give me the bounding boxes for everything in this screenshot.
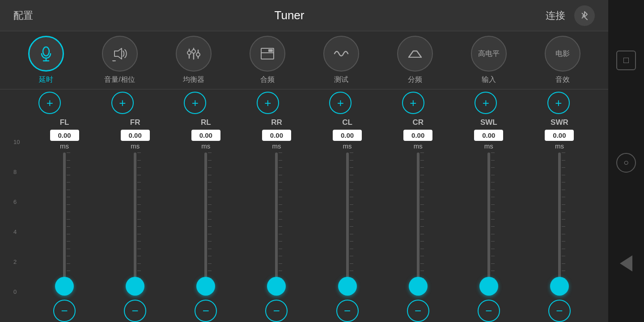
plus-btn-rr[interactable]: +: [257, 92, 279, 114]
slider-thumb-swr[interactable]: [550, 277, 569, 296]
input-icon-text: 高电平: [478, 49, 500, 59]
svg-text:+: +: [113, 59, 115, 62]
channel-fl: FL 0.00 ms −: [29, 116, 100, 322]
unit-cr: ms: [414, 142, 423, 150]
value-box-rr: 0.00: [262, 130, 291, 141]
minus-btn-fl[interactable]: −: [53, 300, 76, 322]
slider-thumb-rl[interactable]: [196, 277, 215, 296]
unit-swr: ms: [555, 142, 564, 150]
effect-icon-text: 电影: [555, 49, 570, 59]
svg-point-2: [43, 47, 49, 56]
circle-icon: ○: [623, 157, 629, 168]
slider-track-rr[interactable]: [275, 153, 278, 293]
effect-icon-circle: 电影: [545, 36, 580, 72]
svg-point-11: [187, 51, 191, 55]
channel-label-rl: RL: [201, 118, 211, 127]
tab-crossover[interactable]: 合频: [245, 36, 290, 85]
minus-btn-fr[interactable]: −: [124, 300, 146, 322]
test-label: 测试: [334, 75, 348, 85]
tab-test[interactable]: 测试: [319, 36, 364, 85]
channel-label-swr: SWR: [551, 118, 568, 127]
delay-label: 延时: [39, 75, 53, 85]
header-right: 连接: [546, 5, 595, 26]
value-box-rl: 0.00: [191, 130, 220, 141]
plus-btn-fl[interactable]: +: [38, 92, 61, 114]
sliders-area: + + + + + + + + 10 8 6 4 2 0 FL 0.00: [0, 89, 608, 322]
crossover-icon-circle: [250, 36, 285, 72]
slider-track-swl[interactable]: [487, 153, 490, 293]
eq-icon-circle: [176, 36, 212, 72]
circle-button[interactable]: ○: [616, 153, 636, 173]
scale-2: 2: [13, 258, 29, 265]
channel-cr: CR 0.00 ms −: [383, 116, 453, 322]
channels-row: 10 8 6 4 2 0 FL 0.00 ms − FR 0.00: [4, 116, 604, 322]
unit-cl: ms: [343, 142, 352, 150]
value-box-fr: 0.00: [121, 130, 150, 141]
slider-thumb-cl[interactable]: [338, 277, 357, 296]
channel-rl: RL 0.00 ms −: [170, 116, 241, 322]
plus-btn-swl[interactable]: +: [475, 92, 497, 114]
plus-btn-swr[interactable]: +: [547, 92, 570, 114]
tab-eq[interactable]: 均衡器: [171, 36, 216, 85]
scale-10: 10: [13, 139, 29, 145]
input-icon-circle: 高电平: [471, 36, 507, 72]
tab-volume[interactable]: + 音量/相位: [97, 36, 142, 85]
square-icon: □: [623, 55, 629, 65]
slider-track-fr[interactable]: [134, 153, 136, 293]
slider-track-cr[interactable]: [417, 153, 419, 293]
config-button[interactable]: 配置: [13, 9, 33, 22]
tab-effect[interactable]: 电影 音效: [540, 36, 585, 85]
plus-btn-cl[interactable]: +: [329, 92, 352, 114]
slider-thumb-rr[interactable]: [267, 277, 286, 296]
tab-delay[interactable]: 延时: [24, 36, 68, 85]
unit-rr: ms: [272, 142, 281, 150]
bluetooth-button[interactable]: [574, 5, 595, 26]
slider-track-rl[interactable]: [204, 153, 207, 293]
slider-track-swr[interactable]: [558, 153, 561, 293]
minus-btn-swr[interactable]: −: [548, 300, 571, 322]
test-icon-circle: [323, 36, 359, 72]
channels-container: FL 0.00 ms − FR 0.00 ms − RL 0.0: [29, 116, 595, 322]
back-button[interactable]: [620, 255, 632, 271]
square-button[interactable]: □: [616, 51, 636, 70]
plus-btn-cr[interactable]: +: [402, 92, 424, 114]
plus-btn-fr[interactable]: +: [111, 92, 134, 114]
minus-btn-cl[interactable]: −: [336, 300, 359, 322]
channel-label-cl: CL: [342, 118, 352, 127]
minus-btn-swl[interactable]: −: [478, 300, 500, 322]
unit-fl: ms: [60, 142, 69, 150]
channel-rr: RR 0.00 ms −: [241, 116, 312, 322]
svg-marker-5: [114, 48, 122, 59]
mic-icon: [37, 45, 55, 63]
value-box-swr: 0.00: [545, 130, 574, 141]
freq-label: 分频: [408, 75, 422, 85]
slider-track-fl[interactable]: [63, 153, 66, 293]
channel-cl: CL 0.00 ms −: [312, 116, 383, 322]
eq-icon: [185, 45, 203, 63]
scale-labels: 10 8 6 4 2 0: [13, 116, 29, 322]
slider-track-cl[interactable]: [346, 153, 349, 293]
freq-icon: [406, 45, 424, 63]
minus-btn-rl[interactable]: −: [195, 300, 217, 322]
crossover-label: 合频: [260, 75, 275, 85]
delay-icon: [28, 36, 64, 72]
channel-fr: FR 0.00 ms −: [100, 116, 170, 322]
volume-icon-circle: +: [102, 36, 138, 72]
header: 配置 Tuner 连接: [0, 0, 608, 31]
input-label: 输入: [482, 75, 496, 85]
scale-0: 0: [13, 288, 29, 295]
tab-freq[interactable]: 分频: [393, 36, 437, 85]
value-box-fl: 0.00: [50, 130, 79, 141]
slider-thumb-cr[interactable]: [409, 277, 428, 296]
connect-button[interactable]: 连接: [546, 9, 565, 22]
slider-thumb-fr[interactable]: [126, 277, 144, 296]
slider-thumb-fl[interactable]: [55, 277, 74, 296]
slider-thumb-swl[interactable]: [479, 277, 498, 296]
tab-input[interactable]: 高电平 输入: [466, 36, 511, 85]
minus-btn-rr[interactable]: −: [265, 300, 288, 322]
minus-btn-cr[interactable]: −: [407, 300, 429, 322]
plus-btn-rl[interactable]: +: [184, 92, 206, 114]
scale-6: 6: [13, 199, 29, 205]
bluetooth-icon: [579, 10, 590, 21]
eq-label: 均衡器: [183, 75, 204, 85]
